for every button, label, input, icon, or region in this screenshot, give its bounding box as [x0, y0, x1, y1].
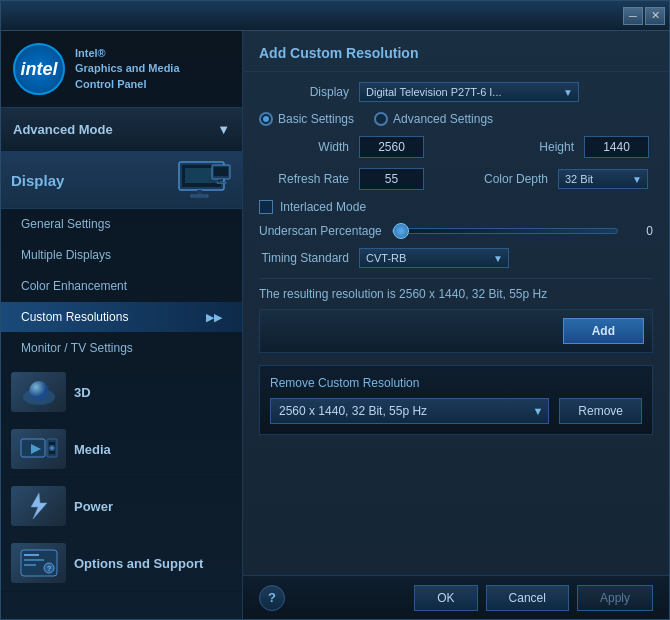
- right-panel: Add Custom Resolution Display Digital Te…: [243, 31, 669, 619]
- help-button[interactable]: ?: [259, 585, 285, 611]
- sidebar-item-color-enhancement[interactable]: Color Enhancement: [1, 271, 242, 302]
- remove-button[interactable]: Remove: [559, 398, 642, 424]
- svg-rect-6: [214, 167, 228, 176]
- title-bar: ─ ✕: [1, 1, 669, 31]
- advanced-mode-label: Advanced Mode: [13, 122, 113, 137]
- timing-select-wrapper: CVT-RB CVT GTF DMT ▼: [359, 248, 509, 268]
- advanced-settings-radio-dot: [374, 112, 388, 126]
- timing-label: Timing Standard: [259, 251, 349, 265]
- intel-logo: intel: [13, 43, 65, 95]
- logo-area: intel Intel® Graphics and Media Control …: [1, 31, 242, 108]
- underscan-label: Underscan Percentage: [259, 224, 382, 238]
- settings-mode-group: Basic Settings Advanced Settings: [259, 112, 653, 126]
- svg-rect-21: [24, 564, 36, 566]
- media-label: Media: [74, 442, 111, 457]
- underscan-row: Underscan Percentage 0: [259, 224, 653, 238]
- sidebar: intel Intel® Graphics and Media Control …: [1, 31, 243, 619]
- width-label: Width: [259, 140, 349, 154]
- apply-button[interactable]: Apply: [577, 585, 653, 611]
- refresh-input[interactable]: [359, 168, 424, 190]
- interlaced-label: Interlaced Mode: [280, 200, 366, 214]
- interlaced-checkbox[interactable]: [259, 200, 273, 214]
- svg-rect-19: [24, 554, 39, 556]
- svg-marker-17: [31, 493, 47, 519]
- main-window: ─ ✕ intel Intel® Graphics and Media Cont…: [0, 0, 670, 620]
- sidebar-item-options-support[interactable]: ? Options and Support: [1, 535, 242, 592]
- underscan-value: 0: [628, 224, 653, 238]
- advanced-mode-dropdown[interactable]: Advanced Mode ▼: [1, 108, 242, 152]
- advanced-settings-label: Advanced Settings: [393, 112, 493, 126]
- threed-label: 3D: [74, 385, 91, 400]
- refresh-label: Refresh Rate: [259, 172, 349, 186]
- sidebar-item-3d[interactable]: 3D: [1, 364, 242, 421]
- svg-point-16: [50, 447, 53, 450]
- svg-point-10: [29, 381, 49, 401]
- color-depth-label: Color Depth: [458, 172, 548, 186]
- basic-settings-label: Basic Settings: [278, 112, 354, 126]
- basic-settings-radio[interactable]: Basic Settings: [259, 112, 354, 126]
- sidebar-item-general-settings[interactable]: General Settings: [1, 209, 242, 240]
- sidebar-item-display[interactable]: Display: [1, 152, 242, 209]
- result-text: The resulting resolution is 2560 x 1440,…: [259, 278, 653, 309]
- height-input[interactable]: [584, 136, 649, 158]
- threed-icon: [11, 372, 66, 412]
- display-label: Display: [11, 172, 167, 189]
- underscan-slider-thumb[interactable]: [393, 223, 409, 239]
- dimensions-row: Width Height: [259, 136, 653, 158]
- display-field-label: Display: [259, 85, 349, 99]
- nav-items: General Settings Multiple Displays Color…: [1, 209, 242, 619]
- ok-button[interactable]: OK: [414, 585, 477, 611]
- remove-select-wrapper: 2560 x 1440, 32 Bit, 55p Hz ▼: [270, 398, 549, 424]
- svg-rect-4: [191, 195, 208, 197]
- panel-body: Display Digital Television P27T-6 I... ▼…: [243, 72, 669, 575]
- remove-row: 2560 x 1440, 32 Bit, 55p Hz ▼ Remove: [270, 398, 642, 424]
- svg-rect-7: [220, 179, 223, 182]
- height-label: Height: [484, 140, 574, 154]
- brand-text: Intel® Graphics and Media Control Panel: [75, 46, 180, 92]
- close-button[interactable]: ✕: [645, 7, 665, 25]
- svg-rect-20: [24, 559, 44, 561]
- panel-header: Add Custom Resolution: [243, 31, 669, 72]
- sidebar-item-multiple-displays[interactable]: Multiple Displays: [1, 240, 242, 271]
- media-icon: [11, 429, 66, 469]
- interlaced-row: Interlaced Mode: [259, 200, 653, 214]
- advanced-mode-arrow-icon: ▼: [217, 122, 230, 137]
- options-support-label: Options and Support: [74, 556, 203, 571]
- display-monitor-icon: [177, 160, 232, 200]
- bottom-buttons: OK Cancel Apply: [414, 585, 653, 611]
- sidebar-item-custom-resolutions[interactable]: Custom Resolutions ▶▶: [1, 302, 242, 333]
- remove-section: Remove Custom Resolution 2560 x 1440, 32…: [259, 365, 653, 435]
- timing-select[interactable]: CVT-RB CVT GTF DMT: [359, 248, 509, 268]
- color-depth-select-wrapper: 32 Bit 16 Bit 8 Bit ▼: [558, 169, 648, 189]
- timing-row: Timing Standard CVT-RB CVT GTF DMT ▼: [259, 248, 653, 268]
- refresh-color-row: Refresh Rate Color Depth 32 Bit 16 Bit 8…: [259, 168, 653, 190]
- remove-section-title: Remove Custom Resolution: [270, 376, 642, 390]
- display-select-wrapper: Digital Television P27T-6 I... ▼: [359, 82, 579, 102]
- bottom-bar: ? OK Cancel Apply: [243, 575, 669, 619]
- color-depth-select[interactable]: 32 Bit 16 Bit 8 Bit: [558, 169, 648, 189]
- cancel-button[interactable]: Cancel: [486, 585, 569, 611]
- add-button-area: Add: [259, 309, 653, 353]
- sidebar-item-media[interactable]: Media: [1, 421, 242, 478]
- minimize-button[interactable]: ─: [623, 7, 643, 25]
- options-support-icon: ?: [11, 543, 66, 583]
- svg-rect-8: [217, 182, 226, 184]
- panel-title: Add Custom Resolution: [259, 45, 653, 61]
- add-button[interactable]: Add: [563, 318, 644, 344]
- sidebar-item-monitor-settings[interactable]: Monitor / TV Settings: [1, 333, 242, 364]
- main-content: intel Intel® Graphics and Media Control …: [1, 31, 669, 619]
- custom-resolutions-arrow-icon: ▶▶: [206, 311, 222, 324]
- underscan-slider-track[interactable]: [392, 228, 618, 234]
- svg-text:?: ?: [47, 565, 51, 572]
- power-label: Power: [74, 499, 113, 514]
- sidebar-item-power[interactable]: Power: [1, 478, 242, 535]
- svg-rect-3: [197, 190, 202, 195]
- display-select[interactable]: Digital Television P27T-6 I...: [359, 82, 579, 102]
- advanced-settings-radio[interactable]: Advanced Settings: [374, 112, 493, 126]
- remove-resolution-select[interactable]: 2560 x 1440, 32 Bit, 55p Hz: [270, 398, 549, 424]
- basic-settings-radio-dot: [259, 112, 273, 126]
- power-icon: [11, 486, 66, 526]
- display-row: Display Digital Television P27T-6 I... ▼: [259, 82, 653, 102]
- width-input[interactable]: [359, 136, 424, 158]
